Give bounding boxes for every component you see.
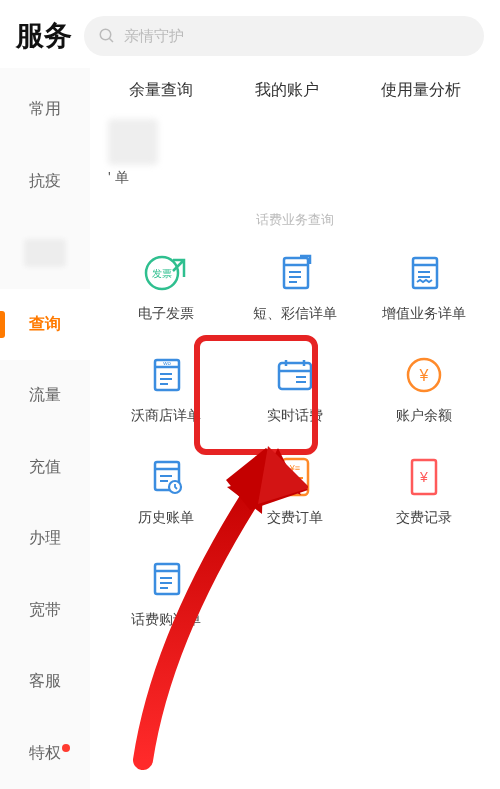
section-title: 话费业务查询: [90, 205, 500, 239]
pay-order-icon: ¥≡: [271, 455, 319, 499]
sidebar-item-blurred[interactable]: [0, 217, 90, 289]
sidebar-item-recharge[interactable]: 充值: [0, 432, 90, 504]
vas-detail-icon: [400, 251, 448, 295]
cell-sms-detail[interactable]: 短、彩信详单: [231, 251, 360, 323]
svg-text:发票: 发票: [152, 268, 172, 279]
sidebar: 常用 抗疫 查询 流量 充值 办理 宽带 客服 特权: [0, 68, 90, 789]
cell-vas-detail[interactable]: 增值业务详单: [359, 251, 488, 323]
search-placeholder: 亲情守护: [124, 27, 184, 46]
wostore-icon: wo: [142, 353, 190, 397]
sidebar-item-covid[interactable]: 抗疫: [0, 146, 90, 218]
cell-history-bill[interactable]: 历史账单: [102, 455, 231, 527]
sms-detail-icon: [271, 251, 319, 295]
pay-record-icon: ¥: [400, 455, 448, 499]
cell-balance[interactable]: ¥ 账户余额: [359, 353, 488, 425]
bill-purchase-icon: [142, 557, 190, 601]
search-icon: [98, 27, 116, 45]
svg-text:¥: ¥: [419, 469, 428, 485]
recent-caption: ' 单: [108, 169, 488, 187]
cell-e-invoice[interactable]: 发票 电子发票: [102, 251, 231, 323]
cell-pay-record[interactable]: ¥ 交费记录: [359, 455, 488, 527]
sidebar-item-handle[interactable]: 办理: [0, 503, 90, 575]
balance-icon: ¥: [400, 353, 448, 397]
service-grid: 发票 电子发票 短、彩信详单 增值业务详单 wo 沃商店: [90, 239, 500, 629]
recent-thumbnail: [108, 119, 158, 165]
badge-dot: [62, 744, 70, 752]
sidebar-item-broadband[interactable]: 宽带: [0, 575, 90, 647]
search-input[interactable]: 亲情守护: [84, 16, 484, 56]
sidebar-item-support[interactable]: 客服: [0, 646, 90, 718]
cell-bill-purchase[interactable]: 话费购详单: [102, 557, 231, 629]
tab-usage-analysis[interactable]: 使用量分析: [381, 80, 461, 101]
cell-realtime-bill[interactable]: 实时话费: [231, 353, 360, 425]
svg-text:wo: wo: [162, 360, 171, 366]
cell-pay-order[interactable]: ¥≡ 交费订单: [231, 455, 360, 527]
history-bill-icon: [142, 455, 190, 499]
recent-item[interactable]: ' 单: [90, 119, 500, 205]
main-panel: 余量查询 我的账户 使用量分析 ' 单 话费业务查询 发票 电子发票 短、彩信详…: [90, 68, 500, 789]
svg-point-0: [100, 29, 111, 40]
highlight-box: [194, 335, 318, 455]
tab-balance-query[interactable]: 余量查询: [129, 80, 193, 101]
sidebar-item-data[interactable]: 流量: [0, 360, 90, 432]
invoice-icon: 发票: [142, 251, 190, 295]
sidebar-item-query[interactable]: 查询: [0, 289, 90, 361]
svg-text:¥: ¥: [418, 367, 428, 384]
page-title: 服务: [16, 17, 72, 55]
sidebar-item-privilege[interactable]: 特权: [0, 718, 90, 790]
sidebar-item-common[interactable]: 常用: [0, 74, 90, 146]
tab-my-account[interactable]: 我的账户: [255, 80, 319, 101]
svg-text:¥≡: ¥≡: [289, 463, 300, 473]
